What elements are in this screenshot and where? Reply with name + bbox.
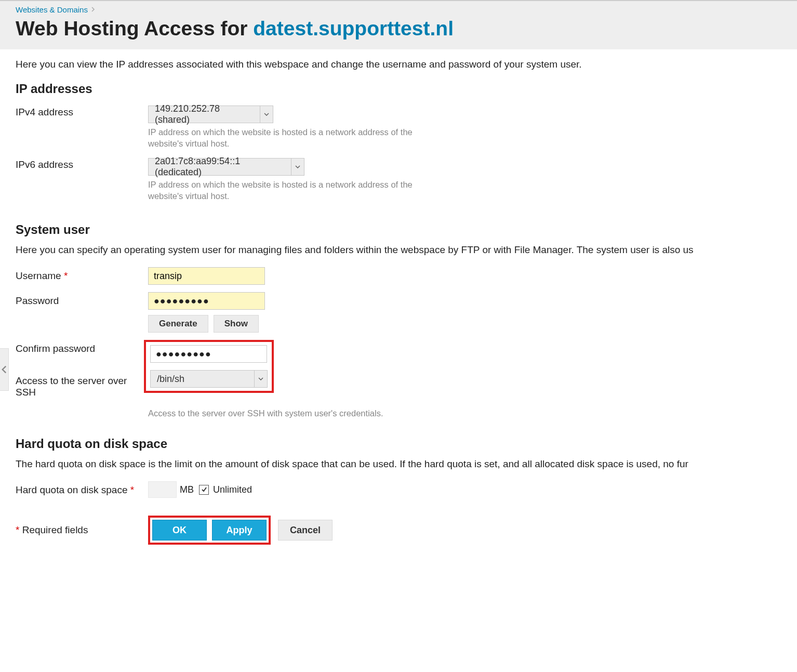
quota-input[interactable] <box>148 481 177 498</box>
label-ipv6: IPv6 address <box>16 156 148 170</box>
field-row-ipv4: IPv4 address 149.210.252.78 (shared) IP … <box>16 103 781 150</box>
form-footer: * Required fields OK Apply Cancel <box>16 516 781 545</box>
username-input[interactable] <box>148 267 265 285</box>
page-title-domain: datest.supporttest.nl <box>253 17 454 39</box>
page-intro-text: Here you can view the IP addresses assoc… <box>16 59 781 70</box>
red-highlight-box-buttons: OK Apply <box>148 516 271 545</box>
label-username: Username * <box>16 267 148 282</box>
breadcrumb: Websites & Domains <box>16 5 781 14</box>
breadcrumb-link-websites-domains[interactable]: Websites & Domains <box>16 5 88 14</box>
label-confirm-password: Confirm password <box>16 340 148 354</box>
required-legend: * Required fields <box>16 524 148 536</box>
page-title-prefix: Web Hosting Access for <box>16 17 253 39</box>
section-heading-quota: Hard quota on disk space <box>16 437 781 451</box>
section-heading-system-user: System user <box>16 222 781 237</box>
confirm-password-input[interactable]: ●●●●●●●●● <box>150 345 267 363</box>
select-value-ipv4: 149.210.252.78 (shared) <box>148 106 260 123</box>
generate-button[interactable]: Generate <box>148 315 208 333</box>
required-asterisk: * <box>64 270 68 281</box>
help-ssh-access: Access to the server over SSH with syste… <box>148 407 449 419</box>
field-row-quota: Hard quota on disk space * MB Unlimited <box>16 481 781 498</box>
select-ssh-access[interactable]: /bin/sh <box>150 370 268 388</box>
field-row-password: Password ●●●●●●●●● Generate Show <box>16 292 781 333</box>
select-value-ipv6: 2a01:7c8:aa99:54::1 (dedicated) <box>148 158 291 176</box>
ok-button[interactable]: OK <box>152 520 207 541</box>
apply-button[interactable]: Apply <box>212 520 267 541</box>
select-value-ssh: /bin/sh <box>150 370 254 388</box>
select-ipv6[interactable]: 2a01:7c8:aa99:54::1 (dedicated) <box>148 158 304 176</box>
help-ipv6: IP address on which the website is hoste… <box>148 179 449 202</box>
chevron-down-icon <box>260 106 273 123</box>
select-ipv4[interactable]: 149.210.252.78 (shared) <box>148 106 273 123</box>
page-header: Websites & Domains Web Hosting Access fo… <box>0 0 797 49</box>
chevron-down-icon <box>291 158 304 176</box>
sidebar-collapse-handle[interactable] <box>0 348 9 391</box>
required-asterisk: * <box>130 484 134 495</box>
checkbox-box <box>199 485 209 495</box>
label-quota: Hard quota on disk space * <box>16 481 148 496</box>
quota-intro: The hard quota on disk space is the limi… <box>16 458 781 470</box>
label-ssh-access: Access to the server over SSH <box>16 372 148 398</box>
unlimited-checkbox[interactable]: Unlimited <box>199 484 252 495</box>
section-heading-ip: IP addresses <box>16 82 781 96</box>
field-row-ipv6: IPv6 address 2a01:7c8:aa99:54::1 (dedica… <box>16 156 781 202</box>
system-user-intro: Here you can specify an operating system… <box>16 244 781 256</box>
label-mb: MB <box>180 484 194 495</box>
help-ipv4: IP address on which the website is hoste… <box>148 126 449 150</box>
page-title: Web Hosting Access for datest.supporttes… <box>16 17 781 40</box>
cancel-button[interactable]: Cancel <box>278 520 333 541</box>
red-highlight-box-ssh: ●●●●●●●●● /bin/sh <box>144 340 274 393</box>
ssh-help-row: Access to the server over SSH with syste… <box>16 407 781 419</box>
password-input[interactable]: ●●●●●●●●● <box>148 292 265 310</box>
label-ipv4: IPv4 address <box>16 103 148 118</box>
field-row-username: Username * <box>16 267 781 285</box>
chevron-right-icon <box>91 6 95 14</box>
label-password: Password <box>16 292 148 307</box>
chevron-down-icon <box>254 370 268 388</box>
show-button[interactable]: Show <box>214 315 259 333</box>
label-unlimited: Unlimited <box>213 484 252 495</box>
